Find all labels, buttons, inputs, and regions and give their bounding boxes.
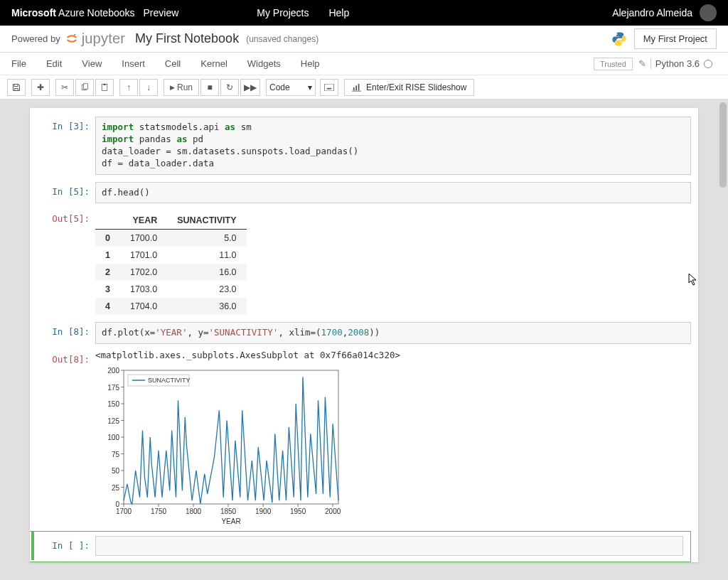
edit-icon[interactable]: ✎: [638, 58, 646, 69]
svg-text:SUNACTIVITY: SUNACTIVITY: [148, 377, 191, 384]
preview-link[interactable]: Preview: [144, 7, 179, 18]
notebook-container: In [3]: import statsmodels.api as sm imp…: [30, 108, 698, 562]
fast-forward-icon: ▶▶: [244, 82, 257, 92]
scrollbar-thumb[interactable]: [719, 102, 727, 188]
code-cell[interactable]: In [8]: df.plot(x='YEAR', y='SUNACTIVITY…: [30, 321, 698, 350]
table-header: SUNACTIVITY: [167, 212, 246, 230]
svg-point-0: [74, 34, 75, 36]
code-input[interactable]: df.plot(x='YEAR', y='SUNACTIVITY', xlim=…: [95, 322, 691, 344]
code-cell[interactable]: In [3]: import statsmodels.api as sm imp…: [30, 115, 698, 181]
menu-kernel[interactable]: Kernel: [200, 58, 228, 69]
paste-icon: [100, 83, 109, 92]
menu-insert[interactable]: Insert: [122, 58, 145, 69]
svg-text:1850: 1850: [220, 508, 237, 515]
kernel-indicator[interactable]: Python 3.6: [651, 58, 717, 69]
trusted-badge[interactable]: Trusted: [594, 58, 633, 70]
save-button[interactable]: [7, 79, 26, 96]
add-cell-button[interactable]: ✚: [31, 79, 50, 96]
in-prompt: In [8]:: [31, 322, 95, 344]
row-index: 0: [95, 230, 120, 247]
notebook-header: Powered by jupyter My First Notebook (un…: [0, 26, 728, 53]
in-prompt: In [ ]:: [34, 536, 95, 556]
table-cell: 36.0: [167, 298, 246, 315]
svg-text:75: 75: [112, 451, 120, 458]
menu-help[interactable]: Help: [301, 58, 320, 69]
restart-button[interactable]: ↻: [220, 79, 239, 96]
out-prompt: Out[8]:: [31, 350, 95, 525]
svg-rect-14: [355, 85, 357, 90]
svg-point-1: [616, 33, 617, 35]
code-input[interactable]: import statsmodels.api as sm import pand…: [95, 117, 691, 175]
keyboard-icon: [324, 84, 334, 91]
dataframe-table: YEARSUNACTIVITY 01700.05.011701.011.0217…: [95, 212, 247, 315]
svg-text:25: 25: [112, 484, 120, 492]
cut-button[interactable]: ✂: [55, 79, 74, 96]
notebook-title[interactable]: My First Notebook: [135, 31, 239, 46]
rise-slideshow-button[interactable]: Enter/Exit RISE Slideshow: [344, 79, 474, 96]
user-name[interactable]: Alejandro Almeida: [612, 7, 692, 18]
svg-rect-15: [358, 83, 360, 90]
menu-file[interactable]: File: [11, 58, 26, 69]
copy-icon: [80, 83, 89, 92]
powered-by: Powered by: [11, 33, 60, 44]
plus-icon: ✚: [37, 82, 44, 92]
svg-rect-13: [353, 87, 355, 90]
command-palette-button[interactable]: [320, 79, 338, 96]
azure-top-bar: Microsoft Azure Notebooks Preview My Pro…: [0, 0, 728, 26]
move-down-button[interactable]: ↓: [139, 79, 158, 96]
brand: Microsoft Azure Notebooks: [11, 7, 135, 18]
run-button[interactable]: ▶Run: [164, 79, 199, 96]
avatar[interactable]: [700, 4, 717, 21]
svg-text:2000: 2000: [325, 508, 341, 515]
table-cell: 1702.0: [120, 264, 167, 281]
copy-button[interactable]: [75, 79, 94, 96]
cell-type-select[interactable]: Code▾: [266, 79, 316, 96]
svg-text:1800: 1800: [186, 508, 202, 515]
bar-chart-icon: [352, 83, 362, 92]
notebook-scroll-area[interactable]: In [3]: import statsmodels.api as sm imp…: [0, 100, 728, 580]
svg-text:50: 50: [112, 467, 120, 475]
stop-button[interactable]: ■: [200, 79, 219, 96]
svg-rect-7: [324, 84, 333, 91]
svg-text:150: 150: [107, 400, 119, 408]
row-index: 3: [95, 281, 120, 298]
paste-button[interactable]: [95, 79, 114, 96]
output-repr: <matplotlib.axes._subplots.AxesSubplot a…: [95, 350, 691, 360]
move-up-button[interactable]: ↑: [119, 79, 138, 96]
svg-point-2: [621, 43, 622, 44]
arrow-down-icon: ↓: [146, 82, 151, 92]
row-index: 1: [95, 247, 120, 264]
my-projects-link[interactable]: My Projects: [257, 7, 309, 18]
arrow-up-icon: ↑: [127, 82, 131, 92]
table-row: 01700.05.0: [95, 230, 247, 247]
code-input[interactable]: df.head(): [95, 182, 691, 204]
project-button[interactable]: My First Project: [634, 28, 717, 49]
out-prompt: Out[5]:: [31, 209, 95, 315]
restart-run-all-button[interactable]: ▶▶: [240, 79, 260, 96]
table-cell: 1703.0: [120, 281, 167, 298]
svg-text:1750: 1750: [151, 508, 167, 515]
code-cell-selected[interactable]: In [ ]:: [30, 531, 691, 562]
code-input[interactable]: [95, 536, 683, 556]
code-cell[interactable]: In [5]: df.head(): [30, 181, 698, 210]
help-link[interactable]: Help: [328, 7, 349, 18]
jupyter-icon: [65, 33, 79, 45]
table-header: YEAR: [120, 212, 167, 230]
svg-text:1950: 1950: [290, 508, 306, 515]
kernel-status-icon: [704, 60, 712, 68]
menu-edit[interactable]: Edit: [46, 58, 62, 69]
line-chart: 0255075100125150175200170017501800185019…: [95, 365, 344, 525]
menu-view[interactable]: View: [82, 58, 102, 69]
notebook-status: (unsaved changes): [246, 34, 318, 44]
chevron-down-icon: ▾: [308, 82, 312, 92]
stop-icon: ■: [207, 82, 212, 92]
menu-bar: File Edit View Insert Cell Kernel Widget…: [0, 53, 728, 75]
table-cell: 1700.0: [120, 230, 167, 247]
output-cell: Out[8]: <matplotlib.axes._subplots.AxesS…: [30, 350, 698, 531]
table-row: 41704.036.0: [95, 298, 247, 315]
table-header: [95, 212, 120, 230]
table-cell: 1701.0: [120, 247, 167, 264]
table-row: 21702.016.0: [95, 264, 247, 281]
menu-cell[interactable]: Cell: [165, 58, 181, 69]
menu-widgets[interactable]: Widgets: [247, 58, 281, 69]
